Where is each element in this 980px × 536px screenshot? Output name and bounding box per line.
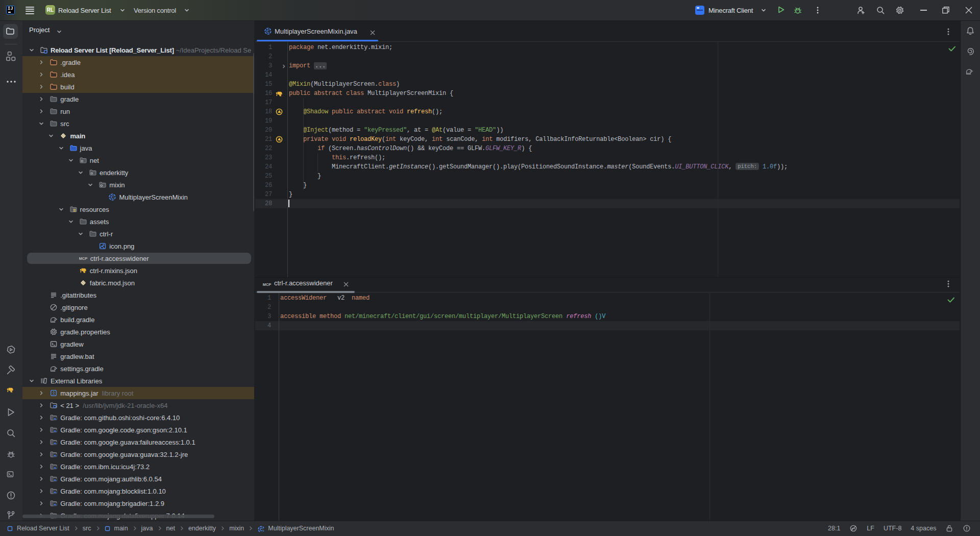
- svg-text:C: C: [260, 527, 263, 532]
- svg-text:C: C: [111, 194, 114, 200]
- svg-text:MCP: MCP: [263, 282, 271, 287]
- svg-text:C: C: [266, 29, 270, 34]
- svg-text:MCP: MCP: [79, 256, 87, 261]
